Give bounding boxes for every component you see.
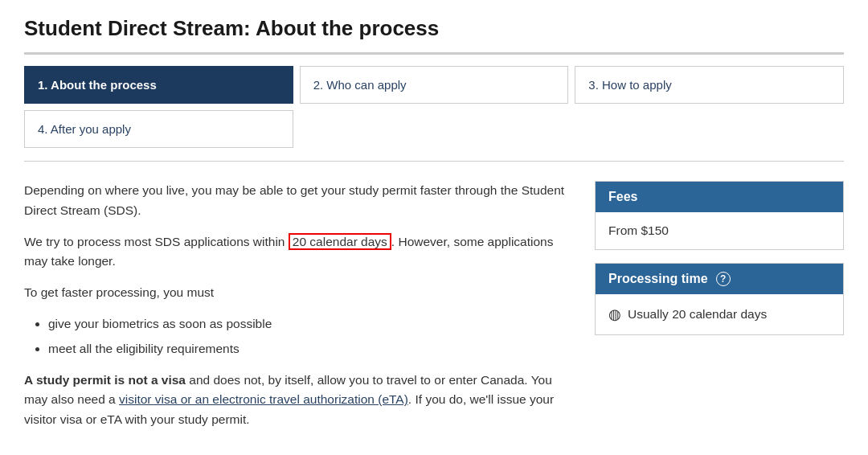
- paragraph-2: We try to process most SDS applications …: [24, 232, 571, 273]
- fees-header: Fees: [596, 182, 843, 212]
- fees-amount: From $150: [608, 223, 669, 237]
- main-content: Depending on where you live, you may be …: [24, 181, 571, 441]
- tab-how[interactable]: 3. How to apply: [575, 66, 844, 104]
- fees-header-label: Fees: [608, 190, 637, 204]
- para4-bold: A study permit is not a visa: [24, 373, 186, 387]
- processing-row: ◍ Usually 20 calendar days: [608, 305, 830, 323]
- para2-before: We try to process most SDS applications …: [24, 235, 285, 248]
- paragraph-4: A study permit is not a visa and does no…: [24, 371, 571, 430]
- processing-header: Processing time ?: [596, 264, 843, 294]
- processing-time-value: Usually 20 calendar days: [628, 307, 767, 322]
- processing-help-icon[interactable]: ?: [716, 272, 731, 286]
- tab-who[interactable]: 2. Who can apply: [300, 66, 569, 104]
- processing-card: Processing time ? ◍ Usually 20 calendar …: [595, 263, 844, 335]
- processing-header-label: Processing time: [608, 272, 708, 286]
- bullet-list: give your biometrics as soon as possible…: [48, 314, 571, 359]
- para4-link[interactable]: visitor visa or an electronic travel aut…: [119, 392, 408, 406]
- tab-about[interactable]: 1. About the process: [24, 66, 293, 104]
- main-layout: Depending on where you live, you may be …: [24, 181, 844, 441]
- bullet-item-2: meet all the eligibility requirements: [48, 339, 571, 359]
- clock-icon: ◍: [608, 305, 621, 323]
- tabs-row2: 4. After you apply: [24, 110, 844, 148]
- processing-body: ◍ Usually 20 calendar days: [596, 294, 843, 334]
- paragraph-3: To get faster processing, you must: [24, 283, 571, 303]
- tab-after[interactable]: 4. After you apply: [24, 110, 293, 148]
- fees-card: Fees From $150: [595, 181, 844, 250]
- page-title: Student Direct Stream: About the process: [24, 16, 844, 41]
- paragraph-1: Depending on where you live, you may be …: [24, 181, 571, 221]
- fees-body: From $150: [596, 212, 843, 249]
- sidebar: Fees From $150 Processing time ? ◍ Usual…: [595, 181, 844, 348]
- top-divider: [24, 52, 844, 55]
- para2-highlight: 20 calendar days: [289, 233, 391, 250]
- tabs-row1: 1. About the process 2. Who can apply 3.…: [24, 66, 844, 104]
- bullet-item-1: give your biometrics as soon as possible: [48, 314, 571, 334]
- section-divider: [24, 161, 844, 162]
